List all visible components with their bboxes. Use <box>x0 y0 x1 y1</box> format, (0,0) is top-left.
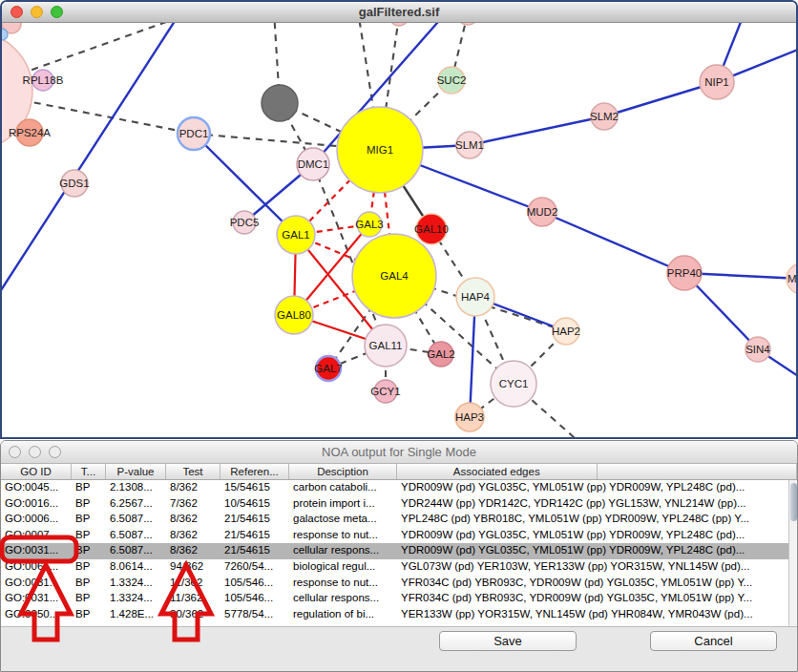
table-scrollbar[interactable] <box>788 480 797 626</box>
table-row[interactable]: GO:0031...BP6.5087...8/36221/54615cellul… <box>1 543 797 559</box>
cancel-button[interactable]: Cancel <box>650 631 777 651</box>
node-label-MIG1: MIG1 <box>367 144 393 156</box>
node-label-GAL4: GAL4 <box>380 270 409 282</box>
edge-vA-vB <box>2 23 178 304</box>
cell-go-id: GO:0016... <box>1 496 72 513</box>
cell-go-id: GO:0006... <box>1 512 72 528</box>
network-window: galFiltered.sif RPL18BRPS24AGDS1PDC1PDC5… <box>0 0 798 439</box>
cell-test: 8/362 <box>166 543 220 559</box>
network-canvas[interactable]: RPL18BRPS24AGDS1PDC1PDC5DMC1MIG1SUC2SLM1… <box>2 23 796 437</box>
cell-t-: BP <box>72 496 106 513</box>
cell-referen-: 105/546... <box>220 576 289 592</box>
column-header-go-id[interactable]: GO ID <box>1 464 72 479</box>
cell-desciption: response to nut... <box>289 528 397 544</box>
cell-associated-edges: YER133W (pp) YOR315W, YNL145W (pd) YHR08… <box>397 607 797 623</box>
table-body: GO:0045...BP2.1308...8/36215/54615carbon… <box>1 480 797 626</box>
table-header: GO IDT...P-valueTestReferen...Desciption… <box>1 464 797 480</box>
node-GRAY[interactable] <box>262 85 298 121</box>
cell-go-id: GO:0031... <box>1 591 72 607</box>
cell-associated-edges: YDR009W (pd) YGL035C, YML051W (pp) YDR00… <box>397 480 797 496</box>
close-button[interactable] <box>10 6 23 18</box>
node-label-SUC2: SUC2 <box>437 74 467 86</box>
cell-desciption: cellular respons... <box>289 543 397 559</box>
cell-referen-: 21/54615 <box>220 528 289 544</box>
cell-desciption: protein import i... <box>289 496 397 513</box>
node-LEFTBLUE[interactable] <box>2 29 8 40</box>
noa-titlebar: NOA output for Single Mode <box>1 441 797 464</box>
table-row[interactable]: GO:0050...BP1.428E...80/3625778/54...reg… <box>1 607 797 623</box>
network-window-title: galFiltered.sif <box>2 5 796 19</box>
cell-p-value: 1.428E... <box>106 607 166 623</box>
cell-go-id: GO:0007... <box>1 528 72 544</box>
column-header-referen-[interactable]: Referen... <box>220 464 289 479</box>
cell-go-id: GO:0045... <box>1 480 72 496</box>
table-row[interactable]: GO:0045...BP2.1308...8/36215/54615carbon… <box>1 480 797 496</box>
noa-window-title: NOA output for Single Mode <box>1 445 797 459</box>
column-header-test[interactable]: Test <box>166 464 220 479</box>
cell-test: 94/362 <box>166 559 220 576</box>
table-row[interactable]: GO:0016...BP6.2567...7/36210/54615protei… <box>1 496 797 513</box>
cell-p-value: 1.3324... <box>106 576 166 592</box>
noa-window: NOA output for Single Mode GO IDT...P-va… <box>0 440 798 672</box>
node-label-PRP40: PRP40 <box>667 267 702 279</box>
table-row[interactable]: GO:0031...BP1.3324...11/362105/546...cel… <box>1 591 797 607</box>
table-row[interactable]: GO:0007...BP6.5087...8/36221/54615respon… <box>1 528 797 544</box>
cell-associated-edges: YPL248C (pd) YBR018C, YML051W (pp) YDR00… <box>397 512 797 528</box>
node-label-GAL2: GAL2 <box>427 348 454 360</box>
node-label-SLM1: SLM1 <box>455 139 484 151</box>
table-row[interactable]: GO:0065...BP8.0614...94/3627260/54...bio… <box>1 559 797 576</box>
node-label-MSL1: MSL1 <box>788 273 796 284</box>
node-label-GAL11: GAL11 <box>369 340 403 351</box>
cell-go-id: GO:0065... <box>1 559 72 576</box>
cell-associated-edges: YGL073W (pd) YER103W, YER133W (pp) YOR31… <box>397 559 797 576</box>
node-label-SLM2: SLM2 <box>590 111 619 122</box>
edge-SLM1-SLM2 <box>470 116 604 145</box>
column-header-stub <box>598 464 798 479</box>
cell-go-id: GO:0050... <box>1 607 72 623</box>
cell-desciption: biological regul... <box>289 559 397 576</box>
node-label-GAL1: GAL1 <box>282 229 309 241</box>
node-label-HAP3: HAP3 <box>455 411 484 423</box>
cell-referen-: 7260/54... <box>220 559 289 576</box>
node-label-CYC1: CYC1 <box>499 378 529 389</box>
cell-t-: BP <box>72 607 106 623</box>
column-header-t-[interactable]: T... <box>72 464 106 479</box>
cell-associated-edges: YFR034C (pd) YBR093C, YDR009W (pd) YGL03… <box>397 576 797 592</box>
cell-associated-edges: YFR034C (pd) YBR093C, YDR009W (pd) YGL03… <box>397 591 797 607</box>
cell-desciption: response to nut... <box>289 576 397 592</box>
cell-test: 8/362 <box>166 512 220 528</box>
cell-t-: BP <box>72 480 106 496</box>
node-TOP1[interactable] <box>389 23 409 26</box>
table-row[interactable]: GO:0006...BP6.5087...8/36221/54615galact… <box>1 512 797 528</box>
close-button-inactive[interactable] <box>9 446 21 458</box>
column-header-p-value[interactable]: P-value <box>106 464 166 479</box>
node-TOP2[interactable] <box>456 23 479 25</box>
cell-p-value: 6.2567... <box>106 496 166 513</box>
table-row[interactable]: GO:0031...BP1.3324...11/362105/546...res… <box>1 576 797 592</box>
node-label-RPL18B: RPL18B <box>23 74 64 86</box>
node-label-GCY1: GCY1 <box>370 386 400 397</box>
node-label-NIP1: NIP1 <box>704 76 729 88</box>
save-button[interactable]: Save <box>439 631 577 651</box>
minimize-button[interactable] <box>31 6 43 18</box>
node-label-GAL10: GAL10 <box>414 223 449 235</box>
node-label-GAL80: GAL80 <box>277 309 311 321</box>
zoom-button[interactable] <box>51 6 63 18</box>
cell-t-: BP <box>72 528 106 544</box>
column-header-desciption[interactable]: Desciption <box>289 464 397 479</box>
cell-t-: BP <box>72 576 106 592</box>
column-header-associated-edges[interactable]: Associated edges <box>397 464 598 479</box>
node-label-GAL7: GAL7 <box>314 363 342 374</box>
cell-referen-: 5778/54... <box>220 607 289 623</box>
zoom-button-inactive[interactable] <box>49 446 61 458</box>
cell-test: 80/362 <box>166 607 220 623</box>
minimize-button-inactive[interactable] <box>29 446 41 458</box>
cell-go-id: GO:0031... <box>1 576 72 592</box>
scrollbar-thumb[interactable] <box>790 483 797 521</box>
cell-t-: BP <box>72 591 106 607</box>
cell-go-id: GO:0031... <box>1 543 72 559</box>
cell-test: 7/362 <box>166 496 220 513</box>
cell-referen-: 10/54615 <box>220 496 289 513</box>
node-label-PDC5: PDC5 <box>230 217 260 228</box>
node-label-RPS24A: RPS24A <box>9 127 51 138</box>
